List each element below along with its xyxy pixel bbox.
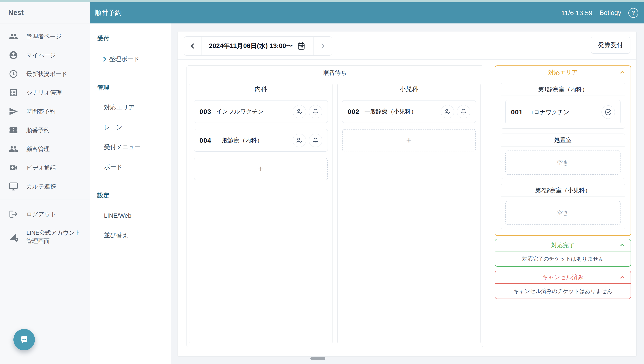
person-check-icon: [296, 108, 303, 116]
issue-ticket-button[interactable]: 発券受付: [591, 36, 630, 54]
chat-bubble-icon: [18, 334, 30, 346]
main-content: 2024年11月06日(水) 13:00〜: [177, 31, 637, 357]
room-body: 空き: [501, 146, 625, 179]
sidebar-item-admin-page[interactable]: 管理者ページ: [0, 27, 90, 46]
sidebar-item-label: カルテ連携: [26, 182, 83, 191]
chat-widget-button[interactable]: [14, 329, 35, 350]
ticket-card[interactable]: 004 一般診療（内科）: [194, 129, 328, 152]
call-person-button[interactable]: [293, 105, 306, 118]
ticket-number: 002: [348, 108, 360, 116]
people-icon: [9, 32, 18, 41]
sidebar-item-my-page[interactable]: マイページ: [0, 46, 90, 64]
sidebar-item-label: 最新状況ボード: [26, 70, 83, 78]
subnav-item-response-area[interactable]: 対応エリア: [104, 103, 135, 112]
sidebar-item-label: 顧客管理: [26, 145, 83, 153]
ticket-label: 一般診療（内科）: [216, 136, 263, 144]
board-columns: 内科 003 インフルワクチン: [187, 80, 483, 347]
add-ticket-button[interactable]: +: [342, 129, 476, 152]
secondary-nav: 受付 整理ボード 管理 対応エリア レーン 受付メニュー ボード 設定 LINE…: [90, 24, 171, 364]
monitor-icon: [9, 182, 18, 192]
sidebar-nav: 管理者ページ マイページ 最新状況ボード シナリオ管理: [0, 24, 90, 196]
help-icon[interactable]: ?: [628, 8, 638, 18]
list-icon: [9, 88, 18, 98]
line-account-icon: [9, 232, 18, 242]
account-name[interactable]: Botlogy: [599, 9, 621, 16]
ticket-label: コロナワクチン: [528, 108, 569, 116]
sidebar-item-label: 順番予約: [26, 126, 83, 134]
current-date-label: 2024年11月06日(水) 13:00〜: [209, 42, 293, 50]
ticket-actions: [293, 105, 322, 118]
empty-message: 対応完了のチケットはありません: [495, 252, 630, 266]
date-navigator: 2024年11月06日(水) 13:00〜: [184, 36, 332, 56]
subnav-item-lane[interactable]: レーン: [104, 123, 122, 132]
ticket-actions: [441, 105, 470, 118]
toolbar: 2024年11月06日(水) 13:00〜: [177, 32, 636, 60]
room-title: 第1診察室（内科）: [501, 83, 625, 96]
people-icon: [9, 144, 18, 154]
subnav-item-seiri-board[interactable]: 整理ボード: [109, 55, 139, 64]
sidebar-item-queue-reservation[interactable]: 順番予約: [0, 121, 90, 140]
sidebar-item-label: ビデオ通話: [26, 164, 83, 172]
sidebar-item-scenario[interactable]: シナリオ管理: [0, 83, 90, 102]
next-date-button[interactable]: [314, 36, 332, 56]
subnav-item-sort[interactable]: 並び替え: [104, 231, 128, 240]
app-logo: Nest: [8, 9, 24, 17]
subnav-item-board[interactable]: ボード: [104, 162, 122, 172]
subnav-section-reception: 受付: [97, 34, 109, 42]
ticket-number: 003: [199, 108, 211, 116]
sidebar-item-time-reservation[interactable]: 時間帯予約: [0, 102, 90, 121]
send-icon: [9, 106, 18, 116]
queue-reservation-app: Nest 管理者ページ マイページ 最新状況ボード: [0, 0, 644, 364]
notify-bell-button[interactable]: [309, 134, 322, 147]
panel-title: キャンセル済み: [542, 273, 584, 281]
sidebar-item-label: 管理者ページ: [26, 32, 83, 41]
subnav-item-reception-menu[interactable]: 受付メニュー: [104, 143, 141, 152]
ticket-card[interactable]: 001 コロナワクチン: [505, 100, 620, 124]
horizontal-scrollbar-thumb[interactable]: [310, 357, 325, 360]
room-body: 001 コロナワクチン: [501, 96, 625, 128]
room-title: 処置室: [501, 134, 625, 146]
sidebar-item-customer-management[interactable]: 顧客管理: [0, 140, 90, 158]
ticket-number: 001: [511, 108, 523, 116]
date-picker-button[interactable]: 2024年11月06日(水) 13:00〜: [201, 36, 314, 56]
room-exam1: 第1診察室（内科） 001 コロナワクチン: [501, 83, 625, 129]
sidebar-divider: [0, 199, 90, 200]
ticket-card[interactable]: 002 一般診療（小児科）: [342, 100, 476, 123]
collapse-chevron-icon[interactable]: [619, 242, 626, 248]
call-person-button[interactable]: [441, 105, 454, 118]
sidebar-item-line-account[interactable]: LINE公式アカウント管理画面: [0, 224, 90, 250]
column-title: 小児科: [338, 83, 481, 95]
add-ticket-button[interactable]: +: [194, 158, 328, 180]
header-right: 11/6 13:59 Botlogy ?: [561, 8, 638, 18]
notify-bell-button[interactable]: [457, 105, 470, 118]
room-body: 空き: [501, 197, 625, 229]
check-circle-icon: [604, 108, 612, 116]
complete-button[interactable]: [601, 106, 615, 119]
header-clock: 11/6 13:59: [561, 9, 593, 17]
person-check-icon: [296, 137, 303, 144]
panel-title: 対応完了: [551, 242, 575, 249]
logo-row: Nest: [0, 2, 90, 24]
prev-date-button[interactable]: [184, 36, 201, 56]
sidebar-item-status-board[interactable]: 最新状況ボード: [0, 64, 90, 83]
subnav-section-management: 管理: [97, 84, 109, 92]
app-header: 順番予約 11/6 13:59 Botlogy ?: [90, 2, 644, 24]
collapse-chevron-icon[interactable]: [619, 69, 626, 76]
sidebar-item-karte-link[interactable]: カルテ連携: [0, 177, 90, 196]
notify-bell-button[interactable]: [309, 105, 322, 118]
sidebar-item-video-call[interactable]: ビデオ通話: [0, 158, 90, 177]
call-person-button[interactable]: [293, 134, 306, 147]
collapse-chevron-icon[interactable]: [619, 274, 626, 281]
ticket-actions: [601, 106, 615, 119]
chevron-left-icon: [189, 42, 196, 50]
subnav-item-line-web[interactable]: LINE/Web: [104, 211, 131, 220]
ticket-card[interactable]: 003 インフルワクチン: [194, 100, 328, 123]
sidebar-item-logout[interactable]: ログアウト: [0, 205, 90, 224]
panel-header: キャンセル済み: [495, 271, 630, 284]
waiting-board: 順番待ち 内科 003 インフルワクチン: [186, 66, 483, 347]
room-treatment: 処置室 空き: [501, 134, 625, 179]
sidebar-item-label: シナリオ管理: [26, 89, 83, 97]
left-sidebar: Nest 管理者ページ マイページ 最新状況ボード: [0, 2, 90, 364]
board-title: 順番待ち: [187, 66, 483, 80]
subnav-section-settings: 設定: [97, 192, 109, 200]
